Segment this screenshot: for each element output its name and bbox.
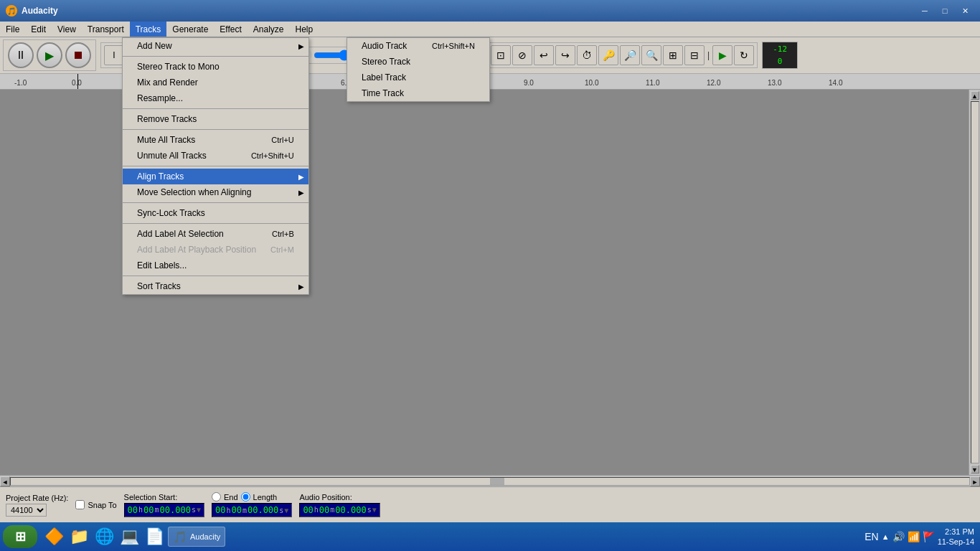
scroll-left-btn[interactable]: ◄ bbox=[0, 476, 10, 486]
ts-dropdown[interactable]: ▼ bbox=[197, 506, 201, 514]
sync-tool[interactable]: ⏱ bbox=[577, 45, 597, 65]
menu-stereo-mono[interactable]: Stereo Track to Mono bbox=[123, 59, 308, 75]
snap-to-checkbox[interactable] bbox=[75, 500, 85, 509]
length-label: Length bbox=[253, 493, 278, 501]
el-dropdown[interactable]: ▼ bbox=[284, 507, 288, 514]
sort-tracks-arrow: ▶ bbox=[298, 283, 304, 291]
menu-sort-tracks[interactable]: Sort Tracks ▶ bbox=[123, 278, 308, 294]
zoom-fit-tool[interactable]: ⊞ bbox=[663, 45, 683, 65]
tracks-div4 bbox=[123, 166, 308, 166]
ruler-11: 11.0 bbox=[646, 79, 659, 87]
tray-chevron[interactable]: ▲ bbox=[882, 532, 890, 541]
el-h-val: 00 bbox=[215, 505, 225, 515]
loop-tool[interactable]: ↻ bbox=[734, 45, 754, 65]
menu-stereo-track[interactable]: Stereo Track bbox=[347, 54, 489, 70]
add-label-play-shortcut: Ctrl+M bbox=[256, 245, 294, 254]
audio-position-label: Audio Position: bbox=[299, 493, 380, 501]
play-green[interactable]: ▶ bbox=[712, 45, 732, 65]
snap-to-group: Snap To bbox=[75, 500, 116, 509]
start-button[interactable]: ⊞ bbox=[3, 525, 37, 548]
tray-clock[interactable]: 2:31 PM 11-Sep-14 bbox=[938, 527, 974, 547]
taskbar-icon-explorer[interactable]: 💻 bbox=[118, 525, 141, 548]
scroll-track-h bbox=[10, 477, 970, 486]
menu-transport[interactable]: Transport bbox=[82, 22, 130, 37]
undo-tool[interactable]: ↩ bbox=[534, 45, 554, 65]
menu-time-track[interactable]: Time Track bbox=[347, 85, 489, 101]
redo-tool[interactable]: ↪ bbox=[555, 45, 575, 65]
scroll-right-btn[interactable]: ► bbox=[970, 476, 980, 486]
menu-add-new[interactable]: Add New ▶ bbox=[123, 38, 308, 54]
menu-align-tracks[interactable]: Align Tracks ▶ bbox=[123, 169, 308, 184]
taskbar-icon-vlc[interactable]: 🔶 bbox=[42, 525, 65, 548]
selection-start-display: 00 h 00 m 00.000 s ▼ bbox=[124, 503, 204, 517]
maximize-button[interactable]: □ bbox=[936, 4, 954, 18]
menu-resample[interactable]: Resample... bbox=[123, 90, 308, 106]
ruler-minus1: -1.0 bbox=[14, 79, 27, 87]
menu-remove-tracks[interactable]: Remove Tracks bbox=[123, 111, 308, 127]
ap-m-val: 00 bbox=[319, 505, 329, 515]
bottom-bar: Project Rate (Hz): 44100 Snap To Selecti… bbox=[0, 486, 980, 522]
ruler-13: 13.0 bbox=[768, 79, 781, 87]
project-rate-select[interactable]: 44100 bbox=[6, 504, 47, 517]
ruler-14: 14.0 bbox=[829, 79, 842, 87]
menu-analyze[interactable]: Analyze bbox=[248, 22, 290, 37]
db-display: -12 0 bbox=[762, 42, 798, 69]
tray-speaker[interactable]: 🔊 bbox=[892, 531, 905, 542]
menu-view[interactable]: View bbox=[52, 22, 82, 37]
menu-file[interactable]: File bbox=[0, 22, 25, 37]
tray-flag[interactable]: 🚩 bbox=[923, 531, 935, 542]
menu-audio-track[interactable]: Audio Track Ctrl+Shift+N bbox=[347, 38, 489, 54]
ap-s-val: 00.000 bbox=[335, 505, 366, 515]
zoom-in-tool[interactable]: 🔍 bbox=[641, 45, 661, 65]
taskbar-icon-docs[interactable]: 📄 bbox=[143, 525, 166, 548]
menu-help[interactable]: Help bbox=[290, 22, 319, 37]
ruler-12: 12.0 bbox=[707, 79, 720, 87]
menu-generate[interactable]: Generate bbox=[166, 22, 214, 37]
selection-tool[interactable]: I bbox=[104, 45, 124, 65]
menu-tracks[interactable]: Tracks bbox=[130, 22, 167, 37]
menu-sync-lock[interactable]: Sync-Lock Tracks bbox=[123, 205, 308, 221]
window-controls: ─ □ ✕ bbox=[915, 4, 974, 18]
snap-to-row: Snap To bbox=[75, 500, 116, 509]
menu-unmute-all[interactable]: Unmute All Tracks Ctrl+Shift+U bbox=[123, 148, 308, 164]
close-button[interactable]: ✕ bbox=[956, 4, 974, 18]
menu-move-selection[interactable]: Move Selection when Aligning ▶ bbox=[123, 184, 308, 200]
menu-label-track[interactable]: Label Track bbox=[347, 70, 489, 85]
tray-network[interactable]: 📶 bbox=[908, 531, 920, 542]
length-radio[interactable] bbox=[241, 492, 250, 501]
menu-edit-labels[interactable]: Edit Labels... bbox=[123, 258, 308, 273]
key-tool[interactable]: 🔑 bbox=[598, 45, 618, 65]
scroll-up-btn[interactable]: ▲ bbox=[971, 91, 979, 100]
ap-dropdown[interactable]: ▼ bbox=[372, 506, 377, 514]
menu-effect[interactable]: Effect bbox=[214, 22, 247, 37]
trim-tool[interactable]: ⊡ bbox=[491, 45, 511, 65]
taskbar-icon-chrome[interactable]: 🌐 bbox=[93, 525, 116, 548]
ts-h-val: 00 bbox=[128, 505, 138, 515]
play-button[interactable]: ▶ bbox=[37, 42, 62, 68]
menu-edit[interactable]: Edit bbox=[25, 22, 52, 37]
menu-bar: File Edit View Transport Tracks Generate… bbox=[0, 22, 980, 37]
ruler-10: 10.0 bbox=[585, 79, 598, 87]
stop-button[interactable]: ⏹ bbox=[65, 42, 91, 68]
menu-add-label-selection[interactable]: Add Label At Selection Ctrl+B bbox=[123, 226, 308, 242]
taskbar-app-label: Audacity bbox=[190, 532, 220, 541]
zoom-custom-tool[interactable]: ⊟ bbox=[684, 45, 705, 65]
taskbar-icon-folder[interactable]: 📁 bbox=[67, 525, 90, 548]
ts-m-val: 00 bbox=[143, 505, 154, 515]
horizontal-scrollbar[interactable]: ◄ ► bbox=[0, 475, 980, 486]
taskbar-audacity-app[interactable]: 🎵 Audacity bbox=[168, 527, 225, 547]
transport-controls: ⏸ ▶ ⏹ bbox=[3, 39, 96, 71]
scroll-down-btn[interactable]: ▼ bbox=[971, 465, 979, 474]
silence-tool[interactable]: ⊘ bbox=[512, 45, 532, 65]
end-radio[interactable] bbox=[212, 492, 221, 501]
pause-button[interactable]: ⏸ bbox=[8, 42, 34, 68]
minimize-button[interactable]: ─ bbox=[915, 4, 934, 18]
menu-add-label-playback[interactable]: Add Label At Playback Position Ctrl+M bbox=[123, 242, 308, 258]
vertical-scrollbar[interactable]: ▲ ▼ bbox=[969, 90, 980, 475]
db-value-left: -12 bbox=[773, 44, 787, 54]
unmute-all-shortcut: Ctrl+Shift+U bbox=[237, 151, 294, 160]
zoom-out-tool[interactable]: 🔎 bbox=[620, 45, 640, 65]
menu-mix-render[interactable]: Mix and Render bbox=[123, 75, 308, 90]
menu-mute-all[interactable]: Mute All Tracks Ctrl+U bbox=[123, 132, 308, 148]
tracks-div7 bbox=[123, 276, 308, 276]
